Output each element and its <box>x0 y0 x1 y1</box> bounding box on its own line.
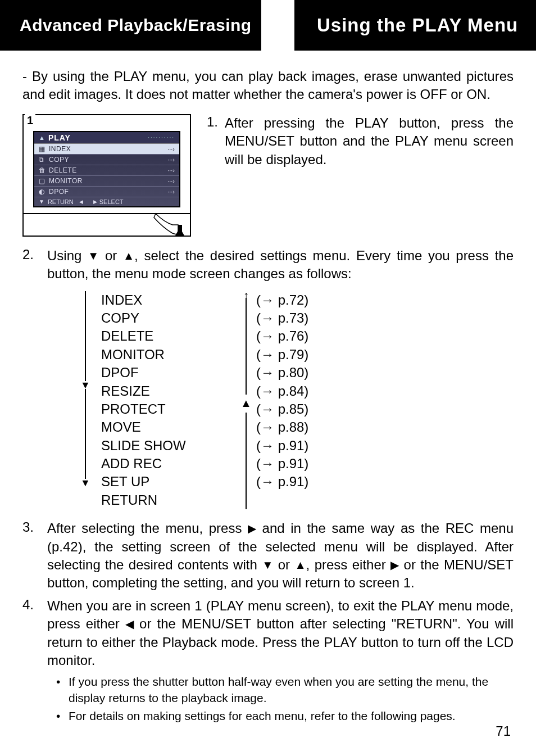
grid-icon: ▦ <box>39 145 49 153</box>
page-number: 71 <box>496 723 511 739</box>
menu-item-ref: (→ p.85) <box>256 400 308 418</box>
down-triangle-icon: ▼ <box>262 558 273 573</box>
menu-item-ref: (→ p.73) <box>256 309 308 327</box>
menu-item-name: DPOF <box>101 364 236 382</box>
step-number: 2. <box>22 247 47 283</box>
lcd-footer: ▼ RETURN ◀ ▶ SELECT <box>34 197 179 206</box>
up-triangle-icon: ▲ <box>123 248 134 264</box>
step-number: 3. <box>22 519 47 592</box>
menu-item-name: SLIDE SHOW <box>101 437 236 455</box>
dpof-icon: ◐ <box>39 188 49 196</box>
lcd-row-label: COPY <box>49 156 167 164</box>
left-tri-icon: ◀ <box>79 199 83 205</box>
lcd-menu-row: 🗑 DELETE ···› <box>34 165 179 176</box>
menu-item-name: COPY <box>101 309 236 327</box>
section-title: Advanced Playback/Erasing <box>20 16 252 35</box>
lcd-menu-row: ▦ INDEX ···› <box>34 144 179 155</box>
right-triangle-icon: ▶ <box>248 521 256 537</box>
right-tri-icon: ▶ <box>93 199 97 205</box>
step-2-text: Using ▼ or ▲, select the desired setting… <box>47 247 514 283</box>
left-triangle-icon: ◀ <box>125 617 134 632</box>
page-title: Using the PLAY Menu <box>317 15 518 36</box>
step-number: 4. <box>22 597 47 670</box>
menu-item-ref: (→ p.80) <box>256 364 308 382</box>
lcd-row-label: INDEX <box>49 145 167 153</box>
trash-icon: 🗑 <box>39 166 49 174</box>
lcd-select-label: SELECT <box>99 198 124 205</box>
lcd-row-label: DELETE <box>49 166 167 174</box>
lcd-title-row: ▲ PLAY ·········· <box>34 132 179 144</box>
lcd-return-label: RETURN <box>48 198 74 205</box>
up-triangle-icon: ▲ <box>240 397 252 410</box>
text-fragment: After selecting the menu, press <box>47 520 248 536</box>
menu-item-name: DELETE <box>101 327 236 345</box>
header-left: Advanced Playback/Erasing <box>0 0 261 51</box>
bullet-dot-icon: • <box>56 708 69 724</box>
bullet-item: • For details on making settings for eac… <box>56 708 514 724</box>
page-header: Advanced Playback/Erasing Using the PLAY… <box>0 0 536 51</box>
lcd-title: PLAY <box>48 133 71 142</box>
bullet-dot-icon: • <box>56 674 69 706</box>
menu-item-name: MOVE <box>101 418 236 436</box>
menu-item-name: SET UP <box>101 473 236 491</box>
right-triangle-icon: ▶ <box>390 558 399 573</box>
menu-item-ref: (→ p.88) <box>256 418 308 436</box>
menu-item-ref: (→ p.91) <box>256 455 308 473</box>
down-triangle-icon: ▼ <box>88 248 99 264</box>
menu-item-name: RESIZE <box>101 382 236 400</box>
lcd-row-label: MONITOR <box>49 177 167 185</box>
more-icon: ···› <box>167 146 175 152</box>
header-right: Using the PLAY Menu <box>294 0 536 51</box>
menu-item-ref: (→ p.91) <box>256 473 308 491</box>
bullet-text: For details on making settings for each … <box>69 708 514 724</box>
lcd-menu-row: ◐ DPOF ···› <box>34 187 179 197</box>
monitor-icon: ▢ <box>39 177 49 185</box>
menu-item-ref: (→ p.76) <box>256 327 308 345</box>
step-3-text: After selecting the menu, press ▶ and in… <box>47 519 514 592</box>
step-1-text: After pressing the PLAY button, press th… <box>225 114 514 237</box>
menu-item-name: ADD REC <box>101 455 236 473</box>
text-fragment: or <box>99 248 123 263</box>
text-fragment: Using <box>47 248 88 263</box>
menu-item-ref: (→ p.84) <box>256 382 308 400</box>
down-caret-icon: ▼ <box>39 198 44 205</box>
menu-item-name: MONITOR <box>101 346 236 364</box>
menu-list-diagram: ▼ ▼ INDEXCOPYDELETEMONITORDPOFRESIZEPROT… <box>79 291 514 510</box>
step-4-text: When you are in screen 1 (PLAY menu scre… <box>47 597 514 670</box>
camera-corner-icon <box>153 211 187 239</box>
lcd-menu-row: ⧉ COPY ···› <box>34 155 179 165</box>
step-number: 1. <box>207 114 225 237</box>
text-fragment: , press either <box>306 557 391 572</box>
lcd-row-label: DPOF <box>49 188 167 196</box>
menu-item-name: RETURN <box>101 491 236 509</box>
copy-icon: ⧉ <box>39 156 49 164</box>
menu-item-name: INDEX <box>101 291 236 309</box>
more-icon: ···› <box>167 167 175 174</box>
bullet-text: If you press the shutter button half-way… <box>69 674 514 706</box>
figure-number: 1 <box>25 114 35 127</box>
bullet-item: • If you press the shutter button half-w… <box>56 674 514 706</box>
lcd-illustration: 1 ▲ PLAY ·········· ▦ INDEX ···› ⧉ COPY <box>22 114 191 237</box>
dots-icon: ·········· <box>148 134 175 141</box>
intro-paragraph: - By using the PLAY menu, you can play b… <box>22 67 514 104</box>
menu-item-ref: (→ p.91) <box>256 437 308 455</box>
lcd-menu-row: ▢ MONITOR ···› <box>34 176 179 187</box>
text-fragment: or <box>273 557 294 572</box>
menu-item-name: PROTECT <box>101 400 236 418</box>
more-icon: ···› <box>167 156 175 163</box>
up-triangle-icon: ▲ <box>294 558 306 573</box>
more-icon: ···› <box>167 188 175 195</box>
menu-item-ref: (→ p.72) <box>256 291 308 309</box>
up-caret-icon: ▲ <box>39 134 45 141</box>
more-icon: ···› <box>167 178 175 184</box>
menu-item-ref: (→ p.79) <box>256 346 308 364</box>
